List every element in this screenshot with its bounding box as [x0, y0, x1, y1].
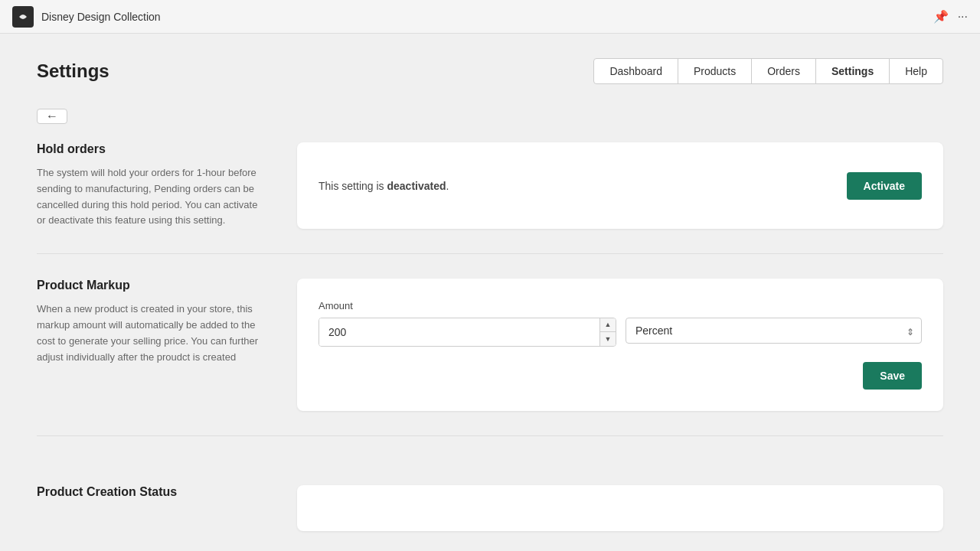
- amount-input[interactable]: [319, 318, 599, 346]
- amount-label: Amount: [318, 300, 353, 311]
- pin-icon[interactable]: 📌: [933, 9, 949, 24]
- product-markup-title: Product Markup: [37, 279, 266, 292]
- header-row: Settings Dashboard Products Orders Setti…: [37, 58, 943, 84]
- hold-orders-desc: The system will hold your orders for 1-h…: [37, 165, 266, 229]
- spinner-buttons: ▲ ▼: [599, 318, 616, 346]
- main-content: Settings Dashboard Products Orders Setti…: [0, 34, 980, 551]
- hold-orders-info: Hold orders The system will hold your or…: [37, 142, 266, 229]
- spinner-down[interactable]: ▼: [600, 332, 616, 346]
- app-logo: [12, 6, 34, 28]
- section-hold-orders: Hold orders The system will hold your or…: [37, 142, 943, 254]
- nav-dashboard[interactable]: Dashboard: [593, 58, 678, 84]
- more-options-icon[interactable]: ···: [958, 10, 968, 24]
- save-row: Save: [318, 362, 922, 390]
- hold-orders-card: This setting is deactivated. Activate: [297, 142, 943, 229]
- product-creation-card: [297, 485, 943, 531]
- product-creation-info: Product Creation Status: [37, 485, 266, 531]
- product-markup-info: Product Markup When a new product is cre…: [37, 279, 266, 411]
- status-text-after: .: [446, 180, 449, 192]
- save-button[interactable]: Save: [863, 362, 922, 390]
- product-markup-card: Amount ▲ ▼ Percent Fixed ⇕: [297, 279, 943, 411]
- status-bold: deactivated: [387, 180, 446, 192]
- page-title: Settings: [37, 60, 109, 82]
- markup-inputs: ▲ ▼ Percent Fixed ⇕: [318, 318, 922, 347]
- nav-help[interactable]: Help: [889, 58, 943, 84]
- deactivated-status: This setting is deactivated.: [318, 180, 449, 192]
- topbar: Disney Design Collection 📌 ···: [0, 0, 980, 34]
- nav-products[interactable]: Products: [678, 58, 752, 84]
- nav-buttons: Dashboard Products Orders Settings Help: [593, 58, 943, 84]
- amount-input-wrap: ▲ ▼: [318, 318, 616, 347]
- product-markup-desc: When a new product is created in your st…: [37, 302, 266, 365]
- markup-type-select[interactable]: Percent Fixed: [626, 318, 922, 344]
- topbar-right: 📌 ···: [933, 9, 968, 24]
- section-product-markup: Product Markup When a new product is cre…: [37, 254, 943, 436]
- app-name: Disney Design Collection: [41, 11, 161, 23]
- product-creation-title: Product Creation Status: [37, 485, 266, 499]
- nav-settings[interactable]: Settings: [815, 58, 890, 84]
- back-button[interactable]: ←: [37, 109, 67, 124]
- topbar-left: Disney Design Collection: [12, 6, 161, 28]
- section-product-creation: Product Creation Status: [37, 461, 943, 551]
- hold-orders-title: Hold orders: [37, 142, 266, 156]
- spinner-up[interactable]: ▲: [600, 318, 616, 332]
- activate-button[interactable]: Activate: [847, 172, 922, 200]
- status-text-before: This setting is: [318, 180, 387, 192]
- markup-type-select-wrap: Percent Fixed ⇕: [626, 318, 922, 347]
- nav-orders[interactable]: Orders: [751, 58, 816, 84]
